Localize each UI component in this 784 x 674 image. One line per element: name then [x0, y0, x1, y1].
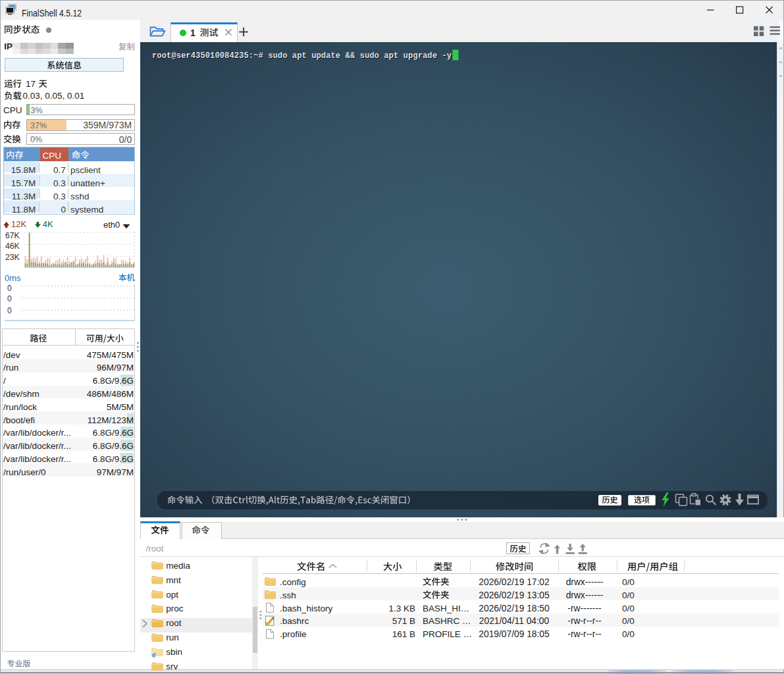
svg-text:486M/486M: 486M/486M: [87, 389, 134, 399]
svg-text:2019/07/09 18:05: 2019/07/09 18:05: [479, 629, 550, 639]
svg-text:97M/97M: 97M/97M: [97, 467, 134, 477]
svg-text:/var/lib/docker/r...: /var/lib/docker/r...: [3, 441, 71, 451]
svg-text:BASHRC …: BASHRC …: [423, 616, 471, 626]
svg-text:/var/lib/docker/r...: /var/lib/docker/r...: [3, 454, 71, 464]
svg-text:systemd: systemd: [70, 205, 103, 215]
svg-text:unatten+: unatten+: [70, 178, 105, 188]
svg-text:drwx------: drwx------: [566, 577, 604, 587]
svg-text:/dev: /dev: [3, 350, 20, 360]
svg-text:0/0: 0/0: [622, 577, 635, 587]
svg-text:11.8M: 11.8M: [12, 205, 36, 215]
svg-text:/run/user/0: /run/user/0: [3, 467, 46, 477]
svg-text:/run: /run: [3, 363, 18, 373]
svg-text:0ms: 0ms: [5, 273, 21, 283]
svg-text:37%: 37%: [30, 121, 47, 130]
svg-text:0/0: 0/0: [622, 629, 635, 639]
svg-text:2021/04/11 04:00: 2021/04/11 04:00: [479, 616, 550, 626]
svg-text:/boot/efi: /boot/efi: [3, 415, 35, 425]
svg-text:srv: srv: [166, 661, 178, 671]
svg-text:.bash_history: .bash_history: [280, 604, 333, 613]
svg-text:/run/lock: /run/lock: [3, 402, 37, 412]
svg-text:root: root: [166, 618, 182, 628]
svg-text:96M/97M: 96M/97M: [97, 363, 134, 373]
svg-text:359M/973M: 359M/973M: [83, 120, 132, 130]
svg-text:sbin: sbin: [166, 647, 182, 657]
svg-text:-rw-r--r--: -rw-r--r--: [567, 629, 601, 639]
svg-text:0.3: 0.3: [53, 178, 66, 188]
svg-text:46K: 46K: [5, 242, 20, 251]
svg-text:1.3 KB: 1.3 KB: [388, 604, 415, 613]
svg-text:0/0: 0/0: [622, 590, 635, 600]
svg-text:BASH_HI…: BASH_HI…: [423, 604, 469, 613]
svg-text:0.3: 0.3: [53, 192, 66, 201]
svg-text:0: 0: [7, 284, 12, 293]
svg-text:0%: 0%: [30, 135, 42, 144]
svg-text:15.7M: 15.7M: [11, 178, 36, 188]
svg-text:161 B: 161 B: [392, 629, 415, 639]
svg-text:6.8G/9.6G: 6.8G/9.6G: [93, 376, 134, 386]
svg-text:3%: 3%: [31, 106, 43, 115]
svg-text:0/0: 0/0: [622, 616, 635, 626]
svg-text:6.8G/9.6G: 6.8G/9.6G: [93, 441, 134, 451]
svg-text:2026/02/19 18:50: 2026/02/19 18:50: [479, 604, 550, 613]
svg-text:2026/02/19 13:05: 2026/02/19 13:05: [479, 590, 550, 600]
svg-text:CPU: CPU: [3, 105, 22, 115]
svg-text:mnt: mnt: [166, 575, 181, 585]
svg-text:media: media: [166, 561, 190, 571]
svg-text:opt: opt: [166, 590, 178, 600]
svg-text:67K: 67K: [5, 231, 20, 240]
svg-text:proc: proc: [166, 604, 184, 613]
svg-text:PROFILE …: PROFILE …: [423, 629, 472, 639]
svg-text:IP: IP: [4, 41, 13, 51]
svg-text:FinalShell 4.5.12: FinalShell 4.5.12: [22, 8, 82, 18]
svg-text:6.8G/9.6G: 6.8G/9.6G: [93, 428, 134, 438]
svg-text:0/0: 0/0: [622, 604, 635, 613]
svg-text:.profile: .profile: [280, 629, 307, 639]
svg-text:/var/lib/docker/r...: /var/lib/docker/r...: [3, 428, 71, 438]
svg-text:2026/02/19 17:02: 2026/02/19 17:02: [479, 577, 549, 587]
svg-text:15.8M: 15.8M: [11, 165, 36, 175]
svg-text:112M/123M: 112M/123M: [88, 415, 134, 425]
svg-text:475M/475M: 475M/475M: [87, 350, 134, 360]
svg-text:1: 1: [190, 28, 196, 38]
svg-text:-rw-------: -rw-------: [567, 604, 601, 613]
svg-text:.config: .config: [280, 577, 306, 587]
svg-text:sshd: sshd: [70, 192, 90, 201]
svg-text:571 B: 571 B: [392, 616, 415, 626]
svg-text:eth0: eth0: [103, 220, 120, 230]
svg-text:4K: 4K: [43, 219, 53, 229]
svg-text:CPU: CPU: [43, 151, 62, 161]
svg-text:psclient: psclient: [70, 165, 101, 175]
svg-text:run: run: [166, 633, 179, 642]
svg-text:-rw-r--r--: -rw-r--r--: [567, 616, 601, 626]
svg-text:0.03, 0.05, 0.01: 0.03, 0.05, 0.01: [23, 91, 85, 101]
svg-text:.ssh: .ssh: [280, 590, 296, 600]
svg-text:17: 17: [26, 79, 36, 89]
svg-text:12K: 12K: [11, 219, 26, 229]
svg-text:23K: 23K: [5, 253, 20, 262]
svg-text:0: 0: [61, 205, 66, 215]
svg-text:.bashrc: .bashrc: [280, 616, 309, 626]
svg-text:drwx------: drwx------: [566, 590, 604, 600]
svg-text:0: 0: [7, 306, 12, 315]
svg-text:/dev/shm: /dev/shm: [3, 389, 39, 399]
svg-text:0/0: 0/0: [119, 134, 132, 145]
svg-text:11.3M: 11.3M: [12, 192, 36, 201]
svg-text:/root: /root: [146, 544, 164, 554]
svg-text:0.7: 0.7: [53, 165, 66, 175]
svg-text:5M/5M: 5M/5M: [107, 402, 134, 412]
svg-text:/: /: [3, 376, 6, 386]
svg-text:6.8G/9.6G: 6.8G/9.6G: [93, 454, 134, 464]
svg-text:root@ser435010084235:~# sudo a: root@ser435010084235:~# sudo apt update …: [152, 51, 452, 61]
svg-text:0: 0: [7, 294, 12, 303]
